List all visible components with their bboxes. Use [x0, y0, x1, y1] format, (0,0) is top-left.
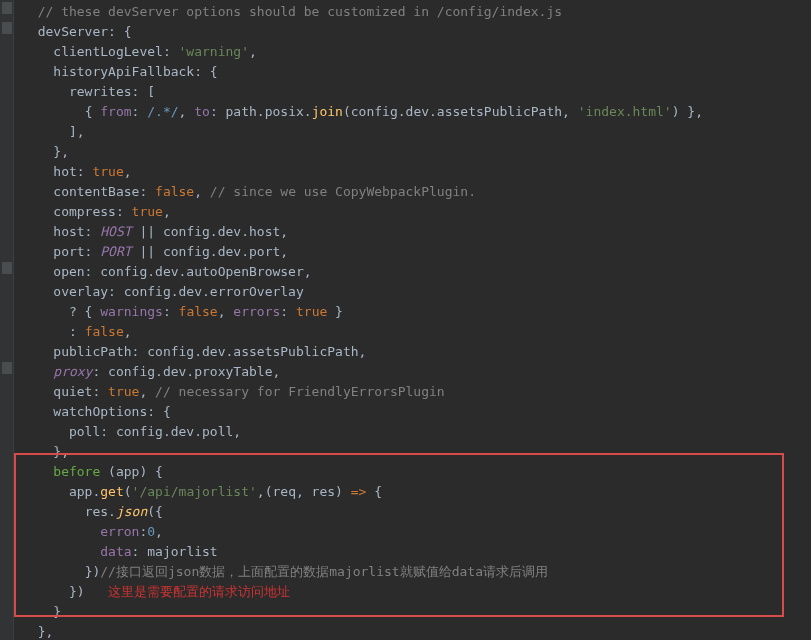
- code-token: :: [280, 304, 296, 319]
- code-token: ,: [179, 104, 195, 119]
- code-line[interactable]: publicPath: config.dev.assetsPublicPath,: [22, 342, 811, 362]
- code-line[interactable]: devServer: {: [22, 22, 811, 42]
- code-token: contentBase:: [53, 184, 155, 199]
- code-line[interactable]: data: majorlist: [22, 542, 811, 562]
- code-line[interactable]: ],: [22, 122, 811, 142]
- code-line[interactable]: quiet: true, // necessary for FriendlyEr…: [22, 382, 811, 402]
- code-token: 'index.html': [578, 104, 672, 119]
- code-token: /.*/: [147, 104, 178, 119]
- code-line[interactable]: contentBase: false, // since we use Copy…: [22, 182, 811, 202]
- code-line[interactable]: proxy: config.dev.proxyTable,: [22, 362, 811, 382]
- code-token: (: [124, 484, 132, 499]
- code-line[interactable]: erron:0,: [22, 522, 811, 542]
- code-token: compress:: [53, 204, 131, 219]
- code-token: =>: [351, 484, 367, 499]
- code-line[interactable]: watchOptions: {: [22, 402, 811, 422]
- code-line[interactable]: open: config.dev.autoOpenBrowser,: [22, 262, 811, 282]
- code-line[interactable]: }: [22, 602, 811, 622]
- gutter-mark: [2, 262, 12, 274]
- code-token: }): [69, 584, 85, 599]
- code-token: ) },: [672, 104, 703, 119]
- code-line[interactable]: rewrites: [: [22, 82, 811, 102]
- code-line[interactable]: poll: config.dev.poll,: [22, 422, 811, 442]
- code-token: ,(req, res): [257, 484, 351, 499]
- code-token: quiet:: [53, 384, 108, 399]
- code-line[interactable]: res.json({: [22, 502, 811, 522]
- code-token: }): [85, 564, 101, 579]
- code-token: to: [194, 104, 210, 119]
- code-token: res.: [85, 504, 116, 519]
- code-token: app.: [69, 484, 100, 499]
- code-token: before: [53, 464, 100, 479]
- code-token: :: [69, 324, 85, 339]
- code-line[interactable]: clientLogLevel: 'warning',: [22, 42, 811, 62]
- code-token: : majorlist: [132, 544, 218, 559]
- code-token: true: [92, 164, 123, 179]
- code-token: rewrites: [: [69, 84, 155, 99]
- code-line[interactable]: host: HOST || config.dev.host,: [22, 222, 811, 242]
- code-token: {: [85, 104, 101, 119]
- code-token: ,: [249, 44, 257, 59]
- code-token: ? {: [69, 304, 100, 319]
- code-line[interactable]: { from: /.*/, to: path.posix.join(config…: [22, 102, 811, 122]
- code-line[interactable]: })//接口返回json数据，上面配置的数据majorlist就赋值给data请…: [22, 562, 811, 582]
- code-token: erron: [100, 524, 139, 539]
- code-token: errors: [233, 304, 280, 319]
- code-line[interactable]: port: PORT || config.dev.port,: [22, 242, 811, 262]
- code-token: port:: [53, 244, 100, 259]
- code-token: || config.dev.port,: [132, 244, 289, 259]
- code-token: hot:: [53, 164, 92, 179]
- code-token: ,: [194, 184, 210, 199]
- code-token: ,: [218, 304, 234, 319]
- code-line[interactable]: : false,: [22, 322, 811, 342]
- code-token: //接口返回json数据，上面配置的数据majorlist就赋值给data请求后…: [100, 564, 548, 579]
- code-token: {: [366, 484, 382, 499]
- code-token: }: [53, 604, 61, 619]
- code-token: open: config.dev.autoOpenBrowser,: [53, 264, 311, 279]
- code-token: from: [100, 104, 131, 119]
- code-token: false: [85, 324, 124, 339]
- code-token: 'warning': [179, 44, 249, 59]
- code-line[interactable]: },: [22, 142, 811, 162]
- code-token: // these devServer options should be cus…: [38, 4, 562, 19]
- code-token: historyApiFallback: {: [53, 64, 217, 79]
- gutter-mark: [2, 22, 12, 34]
- gutter-mark: [2, 362, 12, 374]
- code-token: ,: [139, 384, 155, 399]
- code-token: get: [100, 484, 123, 499]
- code-token: true: [296, 304, 327, 319]
- code-token: clientLogLevel:: [53, 44, 178, 59]
- code-token: '/api/majorlist': [132, 484, 257, 499]
- code-token: devServer: {: [38, 24, 132, 39]
- code-line[interactable]: compress: true,: [22, 202, 811, 222]
- code-token: ],: [69, 124, 85, 139]
- code-line[interactable]: app.get('/api/majorlist',(req, res) => {: [22, 482, 811, 502]
- code-token: }: [327, 304, 343, 319]
- code-token: overlay: config.dev.errorOverlay: [53, 284, 303, 299]
- code-token: ,: [155, 524, 163, 539]
- code-line[interactable]: ? { warnings: false, errors: true }: [22, 302, 811, 322]
- editor-gutter: [0, 0, 14, 640]
- code-line[interactable]: // these devServer options should be cus…: [22, 2, 811, 22]
- code-editor-body[interactable]: // these devServer options should be cus…: [0, 0, 811, 640]
- code-token: 0: [147, 524, 155, 539]
- code-token: (app) {: [100, 464, 163, 479]
- code-line[interactable]: },: [22, 442, 811, 462]
- code-token: },: [53, 444, 69, 459]
- code-token: (config.dev.assetsPublicPath,: [343, 104, 578, 119]
- code-line[interactable]: overlay: config.dev.errorOverlay: [22, 282, 811, 302]
- code-token: ,: [163, 204, 171, 219]
- code-line[interactable]: }) 这里是需要配置的请求访问地址: [22, 582, 811, 602]
- code-line[interactable]: hot: true,: [22, 162, 811, 182]
- code-token: ,: [124, 324, 132, 339]
- code-token: },: [38, 624, 54, 639]
- code-token: 这里是需要配置的请求访问地址: [85, 584, 290, 599]
- code-token: join: [312, 104, 343, 119]
- code-token: PORT: [100, 244, 131, 259]
- code-token: false: [179, 304, 218, 319]
- code-line[interactable]: },: [22, 622, 811, 640]
- code-token: },: [53, 144, 69, 159]
- code-token: false: [155, 184, 194, 199]
- code-line[interactable]: before (app) {: [22, 462, 811, 482]
- code-line[interactable]: historyApiFallback: {: [22, 62, 811, 82]
